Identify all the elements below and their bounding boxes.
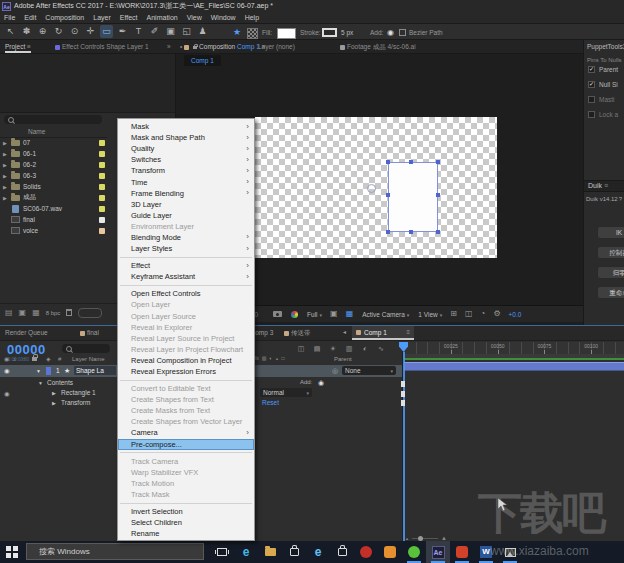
checkbox-icon[interactable]: ✓ (588, 81, 595, 88)
fill-swatch[interactable] (277, 28, 296, 39)
stroke-swatch[interactable] (322, 28, 337, 37)
project-item-06-2[interactable]: ▶06-2 (0, 159, 107, 170)
color-label[interactable] (99, 140, 105, 146)
project-item-final[interactable]: final (0, 214, 107, 225)
video-eye-icon[interactable]: ◉ (4, 390, 10, 398)
taskbar-store-icon[interactable] (282, 541, 306, 563)
checkbox-icon[interactable] (588, 111, 595, 118)
menu-item-open-layer[interactable]: Open Layer (118, 299, 254, 310)
shape-handle[interactable] (386, 193, 390, 197)
menu-item-switches[interactable]: Switches› (118, 154, 254, 165)
motion-blur-icon[interactable]: ◐ (359, 343, 371, 354)
tab-effect-controls[interactable]: Effect Controls Shape Layer 1 (55, 43, 149, 50)
shape-rectangle[interactable] (388, 162, 438, 232)
video-column-icon[interactable]: ◉ (4, 355, 9, 363)
adjustment-switch-icon[interactable]: ◒ (276, 355, 279, 361)
taskbar-video-app-icon[interactable] (450, 541, 474, 563)
fast-previews-icon[interactable]: ⚙ (493, 310, 500, 318)
shape-handle[interactable] (409, 160, 413, 164)
menu-item-select-children[interactable]: Select Children (118, 517, 254, 528)
tab-duik[interactable]: Duik ≡ (584, 180, 624, 192)
menu-item-reveal-composition-in-project[interactable]: Reveal Composition in Project (118, 355, 254, 366)
project-flowchart-button[interactable] (78, 308, 102, 318)
tab-layer[interactable]: Layer (none) (258, 43, 295, 50)
panel-menu-icon[interactable]: ≡ (604, 182, 608, 189)
tab-project[interactable]: Project ≡ (5, 43, 31, 53)
color-label[interactable] (99, 217, 105, 223)
view-layout-dropdown[interactable]: 1 View▾ (418, 311, 442, 318)
menu-item-convert-to-editable-text[interactable]: Convert to Editable Text (118, 383, 254, 394)
menu-item-track-motion[interactable]: Track Motion (118, 478, 254, 489)
taskbar-kuaiya-icon[interactable] (378, 541, 402, 563)
tab-belt[interactable]: 传送带 (284, 329, 311, 338)
color-label[interactable] (99, 162, 105, 168)
panel-menu-icon[interactable]: ≡ (406, 329, 410, 335)
frame-blend-switch-icon[interactable]: ▥ (262, 355, 267, 361)
taskbar-edge-icon[interactable]: e (234, 541, 258, 563)
menu-item-blending-mode[interactable]: Blending Mode› (118, 232, 254, 243)
tab-scroll-left-icon[interactable]: ◄ (342, 329, 347, 335)
menu-item-warp-stabilizer-vfx[interactable]: Warp Stabilizer VFX (118, 467, 254, 478)
parent-pickwhip-icon[interactable]: ◎ (332, 367, 338, 375)
menu-item-pre-compose[interactable]: Pre-compose... (118, 439, 254, 450)
graph-editor-icon[interactable]: ∿ (375, 343, 387, 354)
taskbar-internet-explorer-icon[interactable]: e (306, 541, 330, 563)
twirl-closed-icon[interactable]: ▶ (0, 184, 11, 190)
menu-item-rename[interactable]: Rename (118, 528, 254, 539)
puppet-pin-tool[interactable]: ♟ (196, 25, 209, 38)
pen-tool[interactable]: ✒ (116, 25, 129, 38)
draft-3d-icon[interactable]: ▤ (311, 343, 323, 354)
taskbar-search-input[interactable]: 搜索 Windows (26, 543, 204, 560)
menu-file[interactable]: File (4, 14, 15, 21)
menu-item-transform[interactable]: Transform› (118, 165, 254, 176)
mask-visibility-icon[interactable]: ◫ (465, 310, 473, 318)
menu-item-effect[interactable]: Effect› (118, 260, 254, 271)
menu-item-reveal-in-explorer[interactable]: Reveal in Explorer (118, 322, 254, 333)
tab-footage[interactable]: Footage 成品 4/sc-06.ai (340, 43, 416, 52)
project-item-06-3[interactable]: ▶06-3 (0, 170, 107, 181)
rectangle-tool[interactable]: ▭ (100, 25, 113, 38)
type-tool[interactable]: T (132, 25, 145, 38)
shape-handle[interactable] (386, 230, 390, 234)
clone-stamp-tool[interactable]: ▣ (164, 25, 177, 38)
parent-dropdown[interactable]: None▾ (342, 366, 396, 375)
exposure-value[interactable]: +0.0 (509, 311, 522, 318)
menu-composition[interactable]: Composition (45, 14, 84, 21)
shape-star-icon[interactable]: ★ (233, 27, 241, 37)
layer-name-field[interactable]: Shape La (74, 366, 116, 375)
anchor-point[interactable] (367, 184, 376, 193)
menu-item-open-effect-controls[interactable]: Open Effect Controls (118, 288, 254, 299)
taskbar-flash-player-icon[interactable] (354, 541, 378, 563)
twirl-closed-icon[interactable]: ▶ (0, 173, 11, 179)
menu-item-frame-blending[interactable]: Frame Blending› (118, 188, 254, 199)
panel-overflow-icon[interactable]: » (167, 43, 171, 50)
viewer-comp-tab[interactable]: Comp 1 (184, 55, 221, 66)
menu-item-track-mask[interactable]: Track Mask (118, 489, 254, 500)
project-item-voice[interactable]: voice (0, 225, 107, 236)
duik-button-[interactable]: 重命名 (597, 286, 624, 299)
composition-canvas[interactable] (255, 117, 497, 258)
show-channels-icon[interactable] (291, 311, 298, 318)
twirl-closed-icon[interactable]: ▶ (52, 390, 56, 396)
twirl-open-icon[interactable]: ▼ (38, 380, 43, 386)
menu-help[interactable]: Help (245, 14, 259, 21)
tab-composition[interactable]: • Composition Comp 1 ≡ (180, 43, 265, 50)
menu-window[interactable]: Window (211, 14, 236, 21)
start-button[interactable] (6, 546, 18, 558)
frame-blending-icon[interactable]: ▥ (343, 343, 355, 354)
color-label[interactable] (99, 173, 105, 179)
twirl-open-icon[interactable]: ▼ (36, 368, 41, 374)
zoom-out-icon[interactable]: ▲ (405, 536, 409, 541)
menu-layer[interactable]: Layer (93, 14, 111, 21)
pan-behind-tool[interactable]: ✛ (84, 25, 97, 38)
menu-item-track-camera[interactable]: Track Camera (118, 456, 254, 467)
puppettools-option-masti[interactable]: Masti (588, 96, 615, 103)
color-label[interactable] (99, 228, 105, 234)
interpret-footage-icon[interactable]: ▤ (5, 308, 13, 317)
project-item-06-1[interactable]: ▶06-1 (0, 148, 107, 159)
grid-guides-icon[interactable]: ⊞ (450, 310, 457, 318)
color-label[interactable] (99, 195, 105, 201)
checkbox-icon[interactable] (588, 96, 595, 103)
menu-item-keyframe-assistant[interactable]: Keyframe Assistant› (118, 271, 254, 282)
lock-icon[interactable] (193, 46, 197, 49)
